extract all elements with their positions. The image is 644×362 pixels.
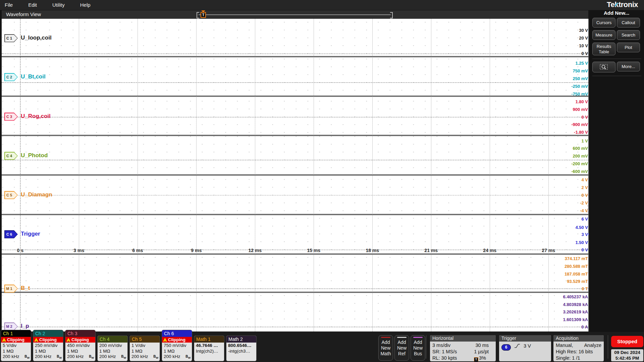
bandwidth-limit-icon: BW (89, 354, 94, 361)
bottom-badge-ch6[interactable]: Ch 6Clipping750 mV/div1 MΩBW200 kHz (162, 330, 192, 361)
section-divider (2, 135, 588, 136)
sample-rate: SR: 1 MS/s (432, 349, 457, 355)
menu-item-edit[interactable]: Edit (28, 0, 37, 10)
menu-item-utility[interactable]: Utility (52, 0, 65, 10)
menu-item-file[interactable]: File (5, 0, 13, 10)
bottom-badge-ch1[interactable]: Ch 1Clipping5 V/div1 MΩBW200 kHz (1, 330, 31, 361)
axis-label-c3: -1.80 V (558, 130, 588, 135)
channel-name-m2[interactable]: I_p (21, 323, 29, 329)
axis-label-c4: 1 V (558, 138, 588, 143)
bandwidth-limit-icon: BW (24, 354, 30, 361)
trigger-source-badge: 6 (501, 344, 511, 351)
plot-button[interactable]: Plot (617, 43, 640, 52)
section-divider (2, 292, 588, 293)
horizontal-panel[interactable]: Horizontal 3 ms/div30 ms SR: 1 MS/s1 µs/… (430, 335, 496, 361)
acquisition-panel[interactable]: Acquisition Manual,Analyze High Res: 16 … (553, 335, 604, 361)
add-new-bus-button[interactable]: AddNewBus (411, 335, 425, 361)
bottom-badge-math2[interactable]: Math 2800.6546…-intg(ch3… (226, 336, 257, 361)
axis-label-c2: 750 mV (558, 68, 588, 73)
cursors-button[interactable]: Cursors (592, 18, 615, 27)
channel-badge-c2[interactable]: C 2 (4, 73, 18, 81)
axis-label-c4: -600 mV (558, 169, 588, 174)
channel-name-c3[interactable]: U_Rog,coil (21, 113, 51, 120)
waveform-view-titlebar: Waveform View T (2, 10, 588, 19)
channel-badge-c4[interactable]: C 4 (4, 152, 18, 160)
channel-badge-c1[interactable]: C 1 (4, 34, 18, 42)
clipping-warning-icon (2, 338, 6, 342)
badge-setting: 1 MΩ (99, 349, 110, 354)
results-table-button[interactable]: Results Table (592, 43, 615, 55)
badge-setting: 1 MΩ (164, 349, 175, 354)
button-label: Add (395, 340, 409, 345)
channel-name-c6[interactable]: Trigger (21, 231, 40, 237)
bottom-badge-ch4[interactable]: Ch 4200 mV/div1 MΩBW200 kHz (97, 336, 128, 361)
channel-name-c1[interactable]: U_loop,coil (21, 35, 52, 41)
zoom-select-button[interactable] (592, 62, 615, 72)
waveform-plot-area[interactable]: T 0 s3 ms6 ms9 ms12 ms15 ms18 ms21 ms24 … (2, 19, 589, 331)
search-button[interactable]: Search (617, 30, 640, 40)
sample-interval: 1 µs/pt (474, 349, 489, 355)
badge-setting: 1 MΩ (131, 349, 143, 354)
channel-name-m1[interactable]: B_t (21, 285, 30, 292)
axis-label-m1: 280.588 mT (558, 264, 588, 269)
badge-setting: 200 kHz (164, 354, 180, 359)
add-new-math-button[interactable]: AddNewMath (378, 335, 393, 361)
channel-section-c3 (2, 97, 588, 135)
axis-label-c2: -250 mV (558, 84, 588, 89)
button-label: New (411, 345, 425, 351)
horizontal-scale: 3 ms/div (432, 342, 450, 349)
color-stripe (381, 337, 390, 338)
acquisition-resolution: High Res: 16 bits (556, 349, 593, 355)
bottom-badge-math1[interactable]: Math 146.7646 …Intg(ch2)… (194, 336, 224, 361)
time-tick-label: 18 ms (366, 248, 379, 253)
menu-item-help[interactable]: Help (80, 0, 91, 10)
button-label: Add (411, 340, 425, 345)
channel-section-c4 (2, 136, 588, 174)
button-label: Bus (411, 351, 425, 357)
axis-label-c5: -4 V (558, 208, 588, 213)
oscilloscope-app: FileEditUtilityHelp Waveform View T T 0 … (0, 0, 644, 362)
channel-badge-m2[interactable]: M 2 (4, 322, 18, 330)
run-stop-status-button[interactable]: Stopped (611, 336, 643, 347)
clipping-warning-icon (66, 338, 70, 342)
callout-button[interactable]: Callout (617, 18, 640, 27)
channel-badge-c6[interactable]: C 6 (4, 230, 18, 238)
zero-reference-line-c2 (2, 82, 588, 83)
axis-label-c5: 4 V (558, 177, 588, 182)
time-gridline (138, 19, 138, 331)
time-tick-label: 0 s (17, 248, 23, 253)
rising-edge-icon (514, 343, 520, 349)
channel-name-c5[interactable]: U_Diamagn (21, 191, 52, 198)
more-button[interactable]: More... (617, 62, 640, 71)
color-stripe (397, 337, 407, 338)
time-tick-label: 24 ms (483, 248, 496, 253)
badge-setting: -intg(ch3… (228, 349, 250, 354)
button-label: Ref (395, 351, 409, 357)
zero-reference-line-c1 (2, 54, 588, 54)
channel-name-c4[interactable]: U_Photod (21, 152, 48, 159)
channel-section-c5 (2, 176, 588, 214)
time-label: 5:42:45 PM (611, 355, 643, 361)
add-new-ref-button[interactable]: AddNewRef (394, 335, 409, 361)
bandwidth-limit-icon: BW (185, 354, 191, 361)
channel-name-c2[interactable]: U_Bt,coil (21, 73, 46, 80)
bottom-badge-ch5[interactable]: Ch 51 V/div1 MΩBW200 kHz (129, 336, 160, 361)
axis-label-m1: 187.058 mT (558, 272, 588, 277)
axis-label-m2: 0 A (558, 324, 588, 329)
section-divider (2, 214, 588, 215)
horizontal-window: 30 ms (476, 342, 489, 349)
bottom-badge-ch3[interactable]: Ch 3Clipping450 mV/div1 MΩBW200 kHz (65, 330, 96, 361)
time-tick-label: 27 ms (542, 248, 555, 253)
trigger-flag-icon[interactable]: T (201, 12, 206, 18)
axis-label-c5: 2 V (558, 185, 588, 190)
axis-label-c4: 200 mV (558, 154, 588, 159)
bottom-badge-ch2[interactable]: Ch 2Clipping250 mV/div1 MΩBW200 kHz (33, 330, 63, 361)
measure-button[interactable]: Measure (592, 30, 615, 40)
channel-badge-c5[interactable]: C 5 (4, 191, 18, 199)
panel-splitter-grip[interactable]: ••• (587, 204, 589, 214)
record-view-scrollbar[interactable]: T (197, 12, 393, 18)
channel-badge-m1[interactable]: M 1 (4, 285, 18, 293)
trigger-panel[interactable]: Trigger 6 3 V (499, 335, 551, 361)
time-gridline (196, 19, 197, 331)
channel-badge-c3[interactable]: C 3 (4, 113, 18, 121)
